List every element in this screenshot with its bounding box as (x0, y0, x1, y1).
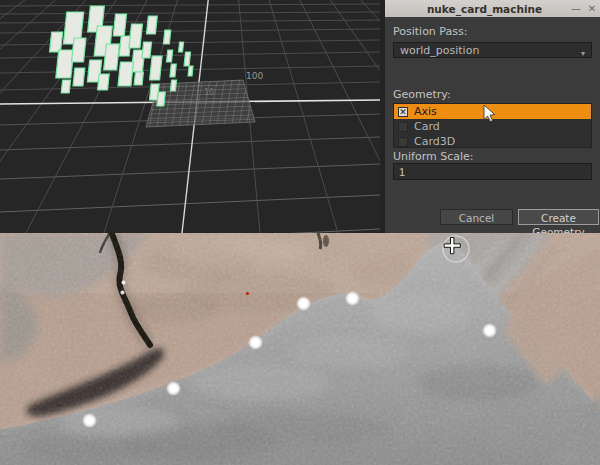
uniform-scale-input[interactable] (393, 163, 592, 180)
position-pass-label: Position Pass: (393, 25, 467, 38)
3d-grid-scene: 100 10 (0, 0, 380, 233)
geometry-item-label: Axis (414, 105, 437, 118)
mouse-arrow-cursor (483, 104, 499, 124)
nuke-card-machine-screen: { "window": { "title": "nuke_card_machin… (0, 0, 600, 465)
axis-tick-label-10: 10 (204, 88, 214, 97)
dialog-titlebar[interactable]: x nuke_card_machine — ✕ (385, 0, 600, 17)
geometry-label: Geometry: (393, 88, 451, 101)
chevron-down-icon: ▾ (581, 46, 585, 61)
checkbox-unchecked-icon[interactable] (398, 137, 408, 147)
create-geometry-button[interactable]: Create Geometry (518, 209, 599, 225)
axis-tick-label-100: 100 (246, 71, 263, 81)
position-pass-value: world_position (400, 44, 479, 57)
position-pass-dropdown[interactable]: world_position ▾ (393, 42, 592, 58)
checkbox-checked-icon[interactable]: ✕ (398, 107, 408, 117)
close-icon[interactable]: ✕ (584, 0, 600, 17)
nuke-card-machine-dialog: x nuke_card_machine — ✕ Position Pass: w… (380, 0, 600, 233)
checkbox-unchecked-icon[interactable] (398, 122, 408, 132)
terrain-image (0, 233, 600, 465)
terrain-viewer[interactable] (0, 233, 600, 465)
3d-viewport[interactable]: 100 10 (0, 0, 380, 233)
geometry-item-label: Card3D (414, 135, 455, 148)
cancel-button[interactable]: Cancel (440, 209, 513, 225)
geometry-item-label: Card (414, 120, 440, 133)
geometry-item-card3d[interactable]: Card3D (394, 134, 591, 149)
dialog-title: nuke_card_machine (401, 3, 568, 15)
uniform-scale-label: Uniform Scale: (393, 150, 474, 163)
crosshair-cursor (432, 228, 476, 268)
minimize-icon[interactable]: — (568, 0, 584, 17)
